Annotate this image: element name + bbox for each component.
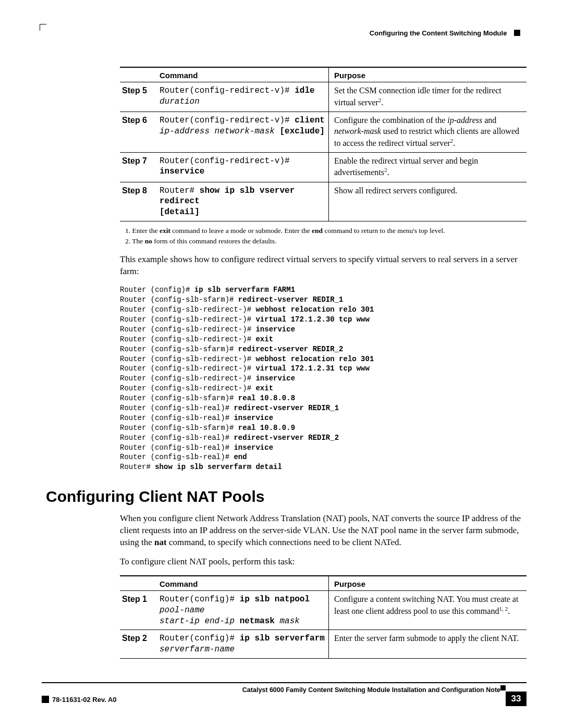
col-purpose: Purpose bbox=[329, 67, 527, 82]
step-label: Step 7 bbox=[120, 152, 157, 182]
table-row: Step 2 Router(config)# ip slb serverfarm… bbox=[120, 630, 527, 659]
section-heading: Configuring Client NAT Pools bbox=[46, 488, 527, 505]
procedure-table-1: Command Purpose Step 5 Router(config-red… bbox=[120, 67, 527, 221]
step-label: Step 2 bbox=[120, 630, 157, 659]
purpose-cell: Show all redirect servers configured. bbox=[329, 182, 527, 221]
col-command: Command bbox=[157, 576, 329, 591]
procedure-table-2: Command Purpose Step 1 Router(config)# i… bbox=[120, 575, 527, 659]
purpose-cell: Configure a content switching NAT. You m… bbox=[329, 591, 527, 630]
step-label: Step 8 bbox=[120, 182, 157, 221]
page-number: 33 bbox=[506, 692, 527, 706]
example-block: Router (config)# ip slb serverfarm FARM1… bbox=[120, 285, 527, 472]
body-paragraph: To configure client NAT pools, perform t… bbox=[120, 556, 527, 568]
page: Configuring the Content Switching Module… bbox=[0, 0, 563, 728]
step-label: Step 1 bbox=[120, 591, 157, 630]
purpose-cell: Enable the redirect virtual server and b… bbox=[329, 152, 527, 182]
intro-paragraph: This example shows how to configure redi… bbox=[120, 254, 527, 278]
crop-mark bbox=[40, 24, 46, 31]
table-row: Step 1 Router(config)# ip slb natpool po… bbox=[120, 591, 527, 630]
command-cell: Router# show ip slb vserver redirect [de… bbox=[157, 182, 329, 221]
table-footnotes: 1. Enter the exit command to leave a mod… bbox=[125, 226, 527, 247]
footnote-2: 2. The no form of this command restores … bbox=[125, 236, 527, 246]
command-cell: Router(config)# ip slb natpool pool-name… bbox=[157, 591, 329, 630]
running-header: Configuring the Content Switching Module bbox=[370, 29, 520, 37]
command-cell: Router(config)# ip slb serverfarm server… bbox=[157, 630, 329, 659]
step-label: Step 5 bbox=[120, 82, 157, 112]
header-square-icon bbox=[514, 30, 520, 36]
col-step bbox=[120, 67, 157, 82]
step-label: Step 6 bbox=[120, 112, 157, 152]
footer-square-icon bbox=[500, 685, 506, 690]
purpose-cell: Configure the combination of the ip-addr… bbox=[329, 112, 527, 152]
command-cell: Router(config-redirect-v)# idle duration bbox=[157, 82, 329, 112]
col-purpose: Purpose bbox=[329, 576, 527, 591]
page-footer: Catalyst 6000 Family Content Switching M… bbox=[42, 682, 527, 707]
purpose-cell: Enter the server farm submode to apply t… bbox=[329, 630, 527, 659]
footer-title: Catalyst 6000 Family Content Switching M… bbox=[242, 686, 500, 694]
command-cell: Router(config-redirect-v)# inservice bbox=[157, 152, 329, 182]
footer-rule: Catalyst 6000 Family Content Switching M… bbox=[42, 682, 527, 707]
table-row: Step 6 Router(config-redirect-v)# client… bbox=[120, 112, 527, 152]
col-step bbox=[120, 576, 157, 591]
purpose-cell: Set the CSM connection idle timer for th… bbox=[329, 82, 527, 112]
content-area: Command Purpose Step 5 Router(config-red… bbox=[120, 67, 527, 659]
footnote-1: 1. Enter the exit command to leave a mod… bbox=[125, 226, 527, 236]
table-row: Step 8 Router# show ip slb vserver redir… bbox=[120, 182, 527, 221]
col-command: Command bbox=[157, 67, 329, 82]
command-cell: Router(config-redirect-v)# client ip-add… bbox=[157, 112, 329, 152]
footer-bar-icon bbox=[42, 696, 49, 703]
body-paragraph: When you configure client Network Addres… bbox=[120, 513, 527, 549]
footer-revision: 78-11631-02 Rev. A0 bbox=[42, 696, 117, 704]
table-row: Step 5 Router(config-redirect-v)# idle d… bbox=[120, 82, 527, 112]
header-text: Configuring the Content Switching Module bbox=[370, 29, 507, 37]
table-row: Step 7 Router(config-redirect-v)# inserv… bbox=[120, 152, 527, 182]
